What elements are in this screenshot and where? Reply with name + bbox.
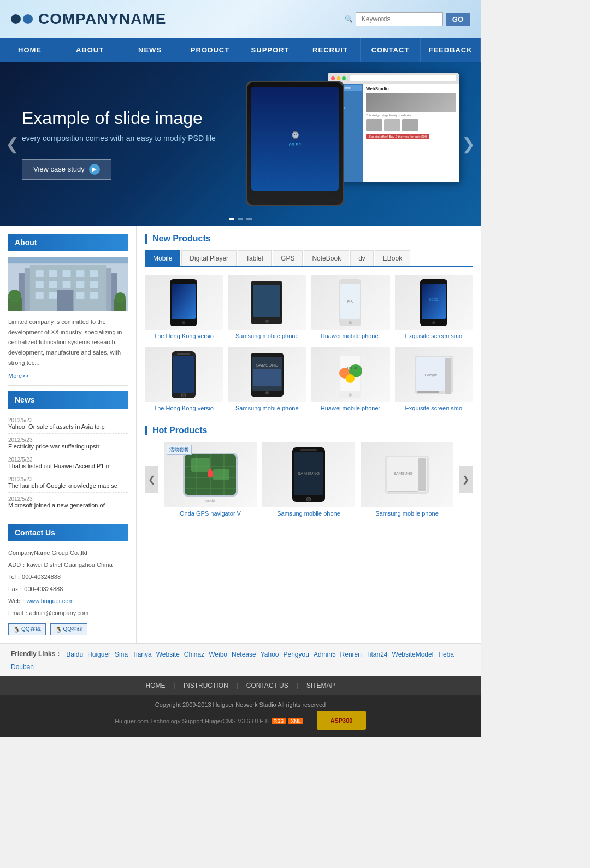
tab-tablet[interactable]: Tablet: [238, 250, 272, 266]
svg-rect-16: [57, 290, 74, 311]
friendly-link-weibo[interactable]: Weibo: [209, 651, 227, 658]
nav-item-feedback[interactable]: FEEDBACK: [421, 38, 481, 62]
nav-item-home[interactable]: HOME: [0, 38, 60, 62]
news-title-5[interactable]: Microsoft joined a new generation of: [8, 502, 128, 509]
tab-dv[interactable]: dv: [350, 250, 374, 266]
svg-point-21: [8, 290, 21, 303]
product-item-3[interactable]: MX Huawei mobile phone:: [311, 275, 390, 339]
news-item-5: 2012/5/23 Microsoft joined a new generat…: [8, 493, 128, 512]
nav-item-news[interactable]: NEWS: [120, 38, 180, 62]
friendly-link-sina[interactable]: Sina: [115, 651, 128, 658]
news-title-4[interactable]: The launch of Google knowledge map se: [8, 482, 128, 489]
contact-web-link[interactable]: www.huiguer.com: [26, 598, 73, 604]
tab-digital-player[interactable]: Digital Player: [181, 250, 237, 266]
nav-item-support[interactable]: SUPPORT: [240, 38, 300, 62]
footer-nav-instruction[interactable]: INSTRUCTION: [184, 682, 228, 689]
tab-gps[interactable]: GPS: [273, 250, 303, 266]
product-item-8[interactable]: Google Exquisite screen smo: [395, 347, 473, 411]
friendly-link-renren[interactable]: Renren: [340, 651, 362, 658]
friendly-link-titan24[interactable]: Titan24: [366, 651, 388, 658]
slider-prev-arrow[interactable]: ❮: [5, 134, 19, 153]
friendly-link-huiguer[interactable]: Huiguer: [87, 651, 110, 658]
product-item-6[interactable]: SAMSUNG Samsung mobile phone: [228, 347, 306, 411]
slider-dot-1[interactable]: [229, 218, 234, 220]
svg-text:Google: Google: [424, 373, 437, 377]
qq-button-2[interactable]: 🐧 QQ在线: [50, 623, 88, 635]
svg-point-76: [306, 497, 311, 501]
news-title-3[interactable]: That is listed out Huawei Ascend P1 m: [8, 463, 128, 469]
nav-item-contact[interactable]: CONTACT: [361, 38, 421, 62]
slider-next-arrow[interactable]: ❯: [462, 134, 475, 153]
news-date-5: 2012/5/23: [8, 496, 128, 502]
tab-ebook[interactable]: EBook: [375, 250, 410, 266]
friendly-link-douban[interactable]: Douban: [11, 663, 34, 671]
slider-mockup: ⌚ 05:52 Theme Support Affiliates Showcas…: [229, 73, 459, 220]
product-name-6[interactable]: Samsung mobile phone: [228, 405, 306, 411]
product-item-7[interactable]: 08:00 Huawei mobile phone:: [311, 347, 390, 411]
product-name-4[interactable]: Exquisite screen smo: [395, 333, 473, 339]
hot-product-name-3[interactable]: Samsung mobile phone: [361, 510, 453, 517]
slider-dot-2[interactable]: [238, 218, 243, 220]
hot-product-name-2[interactable]: Samsung mobile phone: [262, 510, 355, 517]
product-item-1[interactable]: The Hong Kong versio: [145, 275, 223, 339]
product-name-8[interactable]: Exquisite screen smo: [395, 405, 473, 411]
product-name-1[interactable]: The Hong Kong versio: [145, 333, 223, 339]
footer-nav-contact-us[interactable]: CONTACT US: [246, 682, 288, 689]
hot-prev-arrow[interactable]: ❮: [145, 466, 158, 493]
hot-next-arrow[interactable]: ❯: [459, 466, 473, 493]
friendly-link-tieba[interactable]: Tieba: [438, 651, 454, 658]
qq-button-1[interactable]: 🐧 QQ在线: [8, 623, 46, 635]
search-button[interactable]: GO: [446, 13, 470, 26]
news-title-1[interactable]: Yahoo! Or sale of assets in Asia to p: [8, 423, 128, 430]
news-title-2[interactable]: Electricity price war suffering upstr: [8, 443, 128, 450]
svg-point-34: [349, 321, 352, 324]
product-img-1: [145, 275, 223, 330]
hot-product-name-1[interactable]: Onda GPS navigator V: [164, 510, 257, 517]
nav-item-about[interactable]: ABOUT: [60, 38, 120, 62]
hot-product-2[interactable]: SAMSUNG Samsung mobile phone: [262, 442, 355, 517]
rss-badge[interactable]: RSS: [272, 718, 286, 724]
product-item-5[interactable]: The Hong Kong versio: [145, 347, 223, 411]
nav-item-product[interactable]: PRODUCT: [180, 38, 240, 62]
footer-nav-home[interactable]: HOME: [146, 682, 166, 689]
footer-nav-sitemap[interactable]: SITEMAP: [306, 682, 335, 689]
right-content: New Products Mobile Digital Player Table…: [137, 226, 481, 643]
friendly-link-pengyou[interactable]: Pengyou: [284, 651, 309, 658]
contact-info: CompanyName Group Co.,ltd ADD：kawei Dist…: [8, 547, 128, 619]
hot-product-img-1: 活动套餐: [164, 442, 257, 507]
search-input[interactable]: [356, 12, 443, 26]
tab-notebook[interactable]: NoteBook: [304, 250, 349, 266]
friendly-link-yahoo[interactable]: Yahoo: [261, 651, 279, 658]
phone-svg-3: MX: [328, 278, 372, 327]
footer-tech-text: Huiguer.com Technology Support HuigerCMS…: [115, 718, 269, 724]
nav-item-recruit[interactable]: RECRUIT: [300, 38, 361, 62]
friendly-link-website[interactable]: Website: [156, 651, 180, 658]
search-area: 🔍 GO: [345, 12, 470, 26]
hot-product-3[interactable]: SAMSUNG Samsung mobile phone: [361, 442, 453, 517]
footer: Copyright 2009-2013 Huiguer Network Stud…: [0, 695, 481, 737]
product-name-7[interactable]: Huawei mobile phone:: [311, 405, 390, 411]
friendly-link-websitemodel[interactable]: WebsiteModel: [392, 651, 434, 658]
product-name-5[interactable]: The Hong Kong versio: [145, 405, 223, 411]
tab-mobile[interactable]: Mobile: [145, 250, 180, 266]
qq-buttons: 🐧 QQ在线 🐧 QQ在线: [8, 623, 128, 635]
browser-text: This design brings beauty to web site...: [366, 114, 456, 117]
xml-badge[interactable]: XML: [288, 718, 303, 724]
svg-rect-25: [172, 284, 196, 319]
product-name-2[interactable]: Samsung mobile phone: [228, 333, 306, 339]
slider-cta-button[interactable]: View case study ▶: [22, 159, 111, 180]
product-item-4[interactable]: 05:52 Exquisite screen smo: [395, 275, 473, 339]
product-name-3[interactable]: Huawei mobile phone:: [311, 333, 390, 339]
friendly-link-netease[interactable]: Netease: [232, 651, 256, 658]
friendly-link-tianya[interactable]: Tianya: [132, 651, 152, 658]
about-more-link[interactable]: More>>: [8, 373, 29, 379]
friendly-link-baidu[interactable]: Baidu: [66, 651, 83, 658]
slider-dot-3[interactable]: [246, 218, 252, 220]
product-item-2[interactable]: Samsung mobile phone: [228, 275, 306, 339]
product-img-5: [145, 347, 223, 402]
contact-section-header: Contact Us: [8, 524, 128, 541]
slider-subtitle: every composition comes with an easy to …: [22, 134, 216, 143]
hot-product-1[interactable]: 活动套餐: [164, 442, 257, 517]
friendly-link-chinaz[interactable]: Chinaz: [184, 651, 204, 658]
friendly-link-admin5[interactable]: Admin5: [314, 651, 336, 658]
